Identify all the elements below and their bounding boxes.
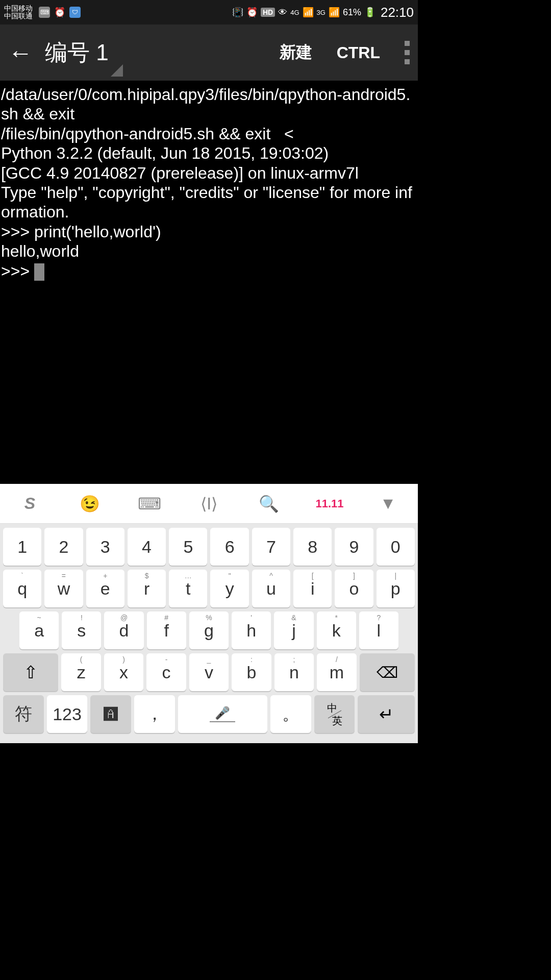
key-3[interactable]: 3	[86, 528, 124, 566]
key-n[interactable]: ;n	[274, 653, 314, 691]
clock-icon: ⏰	[246, 7, 258, 18]
battery-percent: 61%	[343, 7, 361, 18]
eye-icon: 👁	[278, 7, 287, 18]
letter-row-1: `q=w+e$r…t"y^u[i]o|p	[3, 570, 415, 607]
shift-icon: ⇧	[23, 662, 38, 682]
key-g[interactable]: %g	[189, 611, 229, 649]
dropdown-corner-icon[interactable]	[111, 64, 123, 77]
key-6[interactable]: 6	[210, 528, 248, 566]
key-v[interactable]: _v	[189, 653, 229, 691]
key-f[interactable]: #f	[147, 611, 186, 649]
key-a[interactable]: ~a	[19, 611, 59, 649]
promo-icon[interactable]: 11.11	[316, 497, 341, 510]
search-icon[interactable]: 🔍	[256, 494, 282, 513]
clipboard-key[interactable]: 🅰	[90, 695, 131, 733]
signal-bars-2: 📶	[329, 7, 340, 18]
status-right: 📳 ⏰ HD 👁 4G 📶 3G 📶 61% 🔋 22:10	[232, 5, 414, 20]
number-mode-key[interactable]: 123	[47, 695, 88, 733]
keyboard-switch-icon[interactable]: ⌨	[137, 494, 162, 513]
letter-row-2: ~a!s@d#f%g'h&j*k?l	[3, 611, 415, 649]
carrier-1: 中国移动	[4, 5, 33, 12]
key-5[interactable]: 5	[169, 528, 207, 566]
key-b[interactable]: :b	[232, 653, 271, 691]
ctrl-button[interactable]: CTRL	[337, 43, 380, 62]
key-8[interactable]: 8	[293, 528, 332, 566]
key-d[interactable]: @d	[104, 611, 143, 649]
symbol-key[interactable]: 符	[3, 695, 44, 733]
period-key[interactable]: 。	[270, 695, 311, 733]
key-y[interactable]: "y	[210, 570, 248, 607]
key-h[interactable]: 'h	[232, 611, 271, 649]
keyboard-toolbar: S 😉 ⌨ ⟨Ⅰ⟩ 🔍 11.11 ▼	[0, 484, 418, 524]
emoji-icon[interactable]: 😉	[77, 494, 103, 513]
key-z[interactable]: (z	[61, 653, 101, 691]
key-s[interactable]: !s	[62, 611, 101, 649]
key-t[interactable]: …t	[169, 570, 207, 607]
back-icon[interactable]: ←	[8, 39, 33, 67]
key-p[interactable]: |p	[377, 570, 415, 607]
battery-icon: 🔋	[364, 7, 375, 18]
mic-icon: 🎤	[215, 706, 230, 720]
comma-key[interactable]: ，	[134, 695, 175, 733]
key-o[interactable]: ]o	[335, 570, 373, 607]
key-2[interactable]: 2	[44, 528, 83, 566]
app-bar: ← 编号 1 新建 CTRL	[0, 24, 418, 81]
carrier-2: 中国联通	[4, 12, 33, 20]
letter-row-3: ⇧ (z)x-c_v:b;n/m ⌫	[3, 653, 415, 691]
key-w[interactable]: =w	[44, 570, 83, 607]
key-0[interactable]: 0	[377, 528, 415, 566]
enter-key[interactable]: ↵	[358, 695, 415, 733]
status-bar: 中国移动 中国联通 ⌨ ⏰ 🛡 📳 ⏰ HD 👁 4G 📶 3G 📶 61% 🔋…	[0, 0, 418, 24]
key-q[interactable]: `q	[3, 570, 41, 607]
status-icons-left: ⌨ ⏰ 🛡	[39, 7, 81, 18]
signal-bars-1: 📶	[303, 7, 314, 18]
overflow-menu-icon[interactable]	[405, 41, 410, 64]
alarm-icon: ⏰	[54, 7, 65, 18]
key-1[interactable]: 1	[3, 528, 41, 566]
sogou-logo-icon[interactable]: S	[17, 494, 43, 513]
key-u[interactable]: ^u	[252, 570, 290, 607]
keyboard-indicator-icon: ⌨	[39, 7, 50, 18]
key-9[interactable]: 9	[335, 528, 373, 566]
shield-icon: 🛡	[69, 7, 81, 18]
terminal-text: /data/user/0/com.hipipal.qpy3/files/bin/…	[1, 85, 412, 280]
clipboard-icon: 🅰	[104, 706, 118, 723]
key-l[interactable]: ?l	[359, 611, 398, 649]
signal-3g: 3G	[317, 9, 325, 16]
space-key[interactable]: 🎤	[178, 695, 267, 733]
clock-time: 22:10	[381, 5, 414, 20]
key-m[interactable]: /m	[317, 653, 356, 691]
key-j[interactable]: &j	[274, 611, 313, 649]
soft-keyboard: S 😉 ⌨ ⟨Ⅰ⟩ 🔍 11.11 ▼ 1234567890 `q=w+e$r……	[0, 484, 418, 743]
key-k[interactable]: *k	[317, 611, 356, 649]
key-c[interactable]: -c	[146, 653, 186, 691]
key-i[interactable]: [i	[293, 570, 332, 607]
signal-4g: 4G	[290, 9, 299, 16]
cursor-icon	[34, 263, 44, 281]
new-button[interactable]: 新建	[280, 41, 312, 64]
key-7[interactable]: 7	[252, 528, 290, 566]
key-x[interactable]: )x	[104, 653, 143, 691]
key-r[interactable]: $r	[128, 570, 166, 607]
page-title[interactable]: 编号 1	[45, 38, 109, 68]
terminal-output[interactable]: /data/user/0/com.hipipal.qpy3/files/bin/…	[0, 81, 418, 484]
hd-badge: HD	[261, 8, 275, 17]
backspace-key[interactable]: ⌫	[360, 653, 415, 691]
key-e[interactable]: +e	[86, 570, 124, 607]
shift-key[interactable]: ⇧	[3, 653, 58, 691]
carrier-labels: 中国移动 中国联通	[4, 5, 33, 20]
language-key[interactable]: 中 英	[314, 695, 355, 733]
number-row: 1234567890	[3, 528, 415, 566]
enter-icon: ↵	[379, 704, 393, 724]
cursor-mode-icon[interactable]: ⟨Ⅰ⟩	[196, 494, 222, 513]
keyboard-rows: 1234567890 `q=w+e$r…t"y^u[i]o|p ~a!s@d#f…	[0, 524, 418, 743]
bottom-row: 符 123 🅰 ， 🎤 。 中 英 ↵	[3, 695, 415, 733]
key-4[interactable]: 4	[128, 528, 166, 566]
collapse-icon[interactable]: ▼	[375, 494, 401, 513]
vibrate-icon: 📳	[232, 7, 243, 18]
backspace-icon: ⌫	[377, 664, 398, 681]
